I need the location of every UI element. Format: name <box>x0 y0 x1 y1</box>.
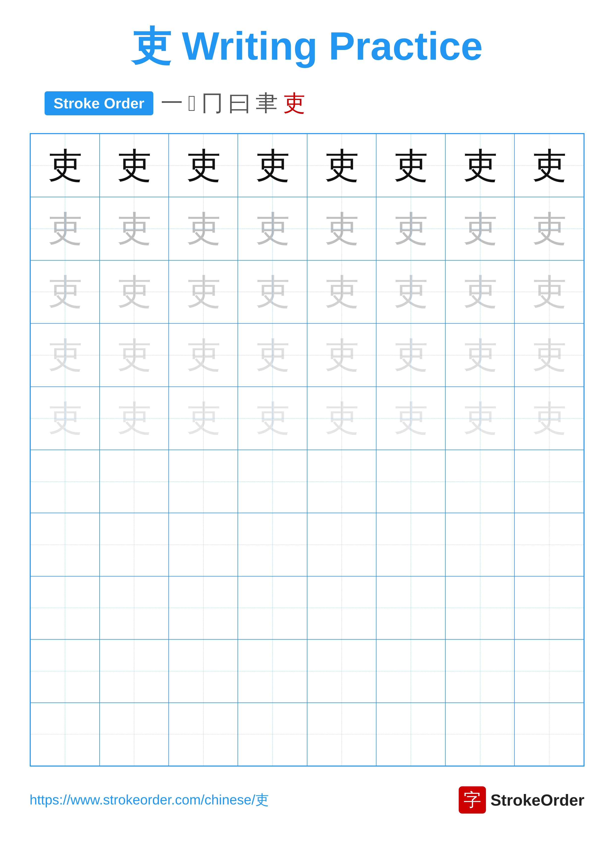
page-title: 吏 Writing Practice <box>131 20 483 73</box>
grid-cell[interactable]: 吏 <box>515 134 583 197</box>
grid-cell[interactable] <box>515 639 583 702</box>
grid-cell[interactable]: 吏 <box>99 387 169 450</box>
practice-char: 吏 <box>48 274 82 309</box>
grid-cell[interactable] <box>445 703 515 766</box>
grid-cell[interactable] <box>31 513 99 576</box>
grid-cell[interactable]: 吏 <box>307 387 376 450</box>
grid-cell[interactable]: 吏 <box>169 387 238 450</box>
grid-cell[interactable] <box>31 450 99 513</box>
stroke-3: 冂 <box>201 88 224 118</box>
grid-cell[interactable] <box>99 450 169 513</box>
practice-char: 吏 <box>117 338 151 372</box>
grid-cell[interactable]: 吏 <box>376 323 445 386</box>
grid-cell[interactable] <box>307 513 376 576</box>
grid-cell[interactable] <box>99 576 169 639</box>
grid-cell[interactable] <box>376 450 445 513</box>
grid-cell[interactable]: 吏 <box>31 197 99 260</box>
grid-cell[interactable] <box>238 576 307 639</box>
grid-cell[interactable]: 吏 <box>238 387 307 450</box>
grid-cell[interactable]: 吏 <box>376 134 445 197</box>
grid-cell[interactable] <box>376 576 445 639</box>
logo-text: StrokeOrder <box>490 791 584 809</box>
grid-cell[interactable] <box>445 639 515 702</box>
grid-cell[interactable]: 吏 <box>31 134 99 197</box>
grid-cell[interactable]: 吏 <box>99 134 169 197</box>
grid-cell[interactable] <box>307 576 376 639</box>
grid-cell[interactable] <box>238 703 307 766</box>
grid-cell[interactable] <box>169 576 238 639</box>
practice-char: 吏 <box>393 148 428 183</box>
grid-cell[interactable]: 吏 <box>515 197 583 260</box>
grid-cell[interactable]: 吏 <box>238 134 307 197</box>
grid-cell[interactable]: 吏 <box>169 260 238 323</box>
grid-cell[interactable] <box>307 450 376 513</box>
grid-cell[interactable] <box>515 450 583 513</box>
grid-cell[interactable]: 吏 <box>445 260 515 323</box>
practice-char: 吏 <box>255 148 290 183</box>
grid-cell[interactable]: 吏 <box>515 260 583 323</box>
grid-cell[interactable]: 吏 <box>445 387 515 450</box>
grid-cell[interactable]: 吏 <box>307 197 376 260</box>
grid-cell[interactable]: 吏 <box>376 197 445 260</box>
practice-char: 吏 <box>532 274 566 309</box>
grid-cell[interactable] <box>307 703 376 766</box>
grid-cell[interactable] <box>169 450 238 513</box>
practice-char: 吏 <box>463 401 497 436</box>
grid-cell[interactable]: 吏 <box>31 260 99 323</box>
grid-cell[interactable]: 吏 <box>169 323 238 386</box>
grid-cell[interactable] <box>376 703 445 766</box>
logo-icon: 字 <box>459 786 486 814</box>
grid-cell[interactable]: 吏 <box>169 197 238 260</box>
grid-cell[interactable]: 吏 <box>307 260 376 323</box>
grid-cell[interactable] <box>31 639 99 702</box>
grid-cell[interactable] <box>445 513 515 576</box>
grid-cell[interactable]: 吏 <box>376 387 445 450</box>
grid-cell[interactable] <box>445 576 515 639</box>
grid-cell[interactable] <box>99 639 169 702</box>
grid-cell[interactable] <box>238 450 307 513</box>
grid-cell[interactable] <box>515 513 583 576</box>
grid-cell[interactable]: 吏 <box>169 134 238 197</box>
grid-cell[interactable] <box>169 703 238 766</box>
grid-cell[interactable] <box>307 639 376 702</box>
grid-cell[interactable]: 吏 <box>376 260 445 323</box>
practice-char: 吏 <box>186 274 221 309</box>
grid-cell[interactable] <box>169 513 238 576</box>
grid-cell[interactable] <box>515 576 583 639</box>
grid-cell[interactable] <box>99 513 169 576</box>
grid-cell[interactable] <box>99 703 169 766</box>
grid-cell[interactable] <box>31 576 99 639</box>
stroke-1: 一 <box>161 88 183 118</box>
grid-cell[interactable] <box>31 703 99 766</box>
grid-cell[interactable]: 吏 <box>307 134 376 197</box>
practice-char: 吏 <box>117 148 151 183</box>
grid-cell[interactable] <box>169 639 238 702</box>
grid-cell[interactable]: 吏 <box>445 134 515 197</box>
grid-cell[interactable]: 吏 <box>445 197 515 260</box>
stroke-2: 𠃍 <box>188 91 196 116</box>
grid-cell[interactable] <box>238 513 307 576</box>
grid-cell[interactable]: 吏 <box>31 323 99 386</box>
grid-cell[interactable] <box>376 513 445 576</box>
grid-cell[interactable]: 吏 <box>515 387 583 450</box>
practice-char: 吏 <box>48 338 82 372</box>
grid-cell[interactable]: 吏 <box>445 323 515 386</box>
grid-cell[interactable] <box>238 639 307 702</box>
stroke-order-badge: Stroke Order <box>45 91 153 115</box>
grid-cell[interactable]: 吏 <box>99 260 169 323</box>
stroke-5: 聿 <box>256 88 278 118</box>
grid-cell[interactable]: 吏 <box>238 197 307 260</box>
grid-cell[interactable] <box>445 450 515 513</box>
grid-cell[interactable] <box>515 703 583 766</box>
grid-cell[interactable] <box>376 639 445 702</box>
practice-char: 吏 <box>255 401 290 436</box>
grid-cell[interactable]: 吏 <box>99 197 169 260</box>
grid-cell[interactable]: 吏 <box>31 387 99 450</box>
grid-cell[interactable]: 吏 <box>99 323 169 386</box>
practice-char: 吏 <box>117 401 151 436</box>
grid-cell[interactable]: 吏 <box>238 323 307 386</box>
grid-cell[interactable]: 吏 <box>238 260 307 323</box>
grid-cell[interactable]: 吏 <box>515 323 583 386</box>
grid-cell[interactable]: 吏 <box>307 323 376 386</box>
practice-char: 吏 <box>186 148 221 183</box>
